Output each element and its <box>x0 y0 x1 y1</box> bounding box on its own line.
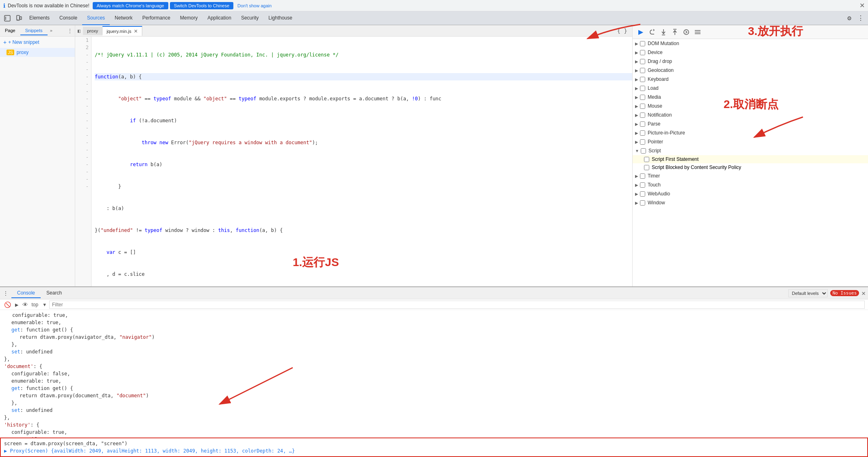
deactivate-breakpoints-button[interactable] <box>693 27 703 37</box>
eye-icon[interactable]: 👁 <box>22 301 29 309</box>
bp-section-webaudio[interactable]: ▶ WebAudio <box>633 189 868 198</box>
code-line-3: "object" == typeof module && "object" ==… <box>95 95 632 102</box>
bp-section-drag-drop[interactable]: ▶ Drag / drop <box>633 57 868 66</box>
bp-checkbox-script-blocked[interactable] <box>644 165 649 170</box>
bp-checkbox-touch[interactable] <box>640 182 645 188</box>
bp-section-load[interactable]: ▶ Load <box>633 84 868 93</box>
devtools-tab-bar: Elements Console Sources Network Perform… <box>0 11 868 25</box>
bp-checkbox-script-first-statement[interactable] <box>644 157 649 162</box>
page-tab[interactable]: Page <box>0 26 20 35</box>
top-context-label: top <box>31 302 38 308</box>
bp-section-dom-mutation[interactable]: ▶ DOM Mutation <box>633 39 868 48</box>
console-tab-search[interactable]: Search <box>41 288 67 298</box>
filter-input[interactable] <box>49 301 865 309</box>
bp-section-device[interactable]: ▶ Device <box>633 48 868 57</box>
tab-elements[interactable]: Elements <box>24 11 54 25</box>
tab-sources[interactable]: Sources <box>82 11 110 25</box>
chevron-right-icon: ▶ <box>635 86 638 91</box>
console-output-line: get: function get() { <box>3 326 865 334</box>
bp-checkbox-webaudio[interactable] <box>640 191 645 197</box>
console-output: configurable: true, enumerable: true, ge… <box>0 310 868 438</box>
execute-script-icon[interactable]: ▶ <box>14 301 19 309</box>
step-out-button[interactable] <box>670 27 680 37</box>
resume-button[interactable]: ▶ <box>636 27 646 37</box>
switch-devtools-button[interactable]: Switch DevTools to Chinese <box>170 2 233 9</box>
console-tab-console[interactable]: Console <box>11 288 41 298</box>
bp-checkbox-mouse[interactable] <box>640 104 645 109</box>
bp-checkbox-drag-drop[interactable] <box>640 59 645 64</box>
bp-checkbox-pointer[interactable] <box>640 139 645 145</box>
tab-lighthouse[interactable]: Lighthouse <box>263 11 297 25</box>
tab-application[interactable]: Application <box>202 11 236 25</box>
code-line-10: var c = [] <box>95 249 632 256</box>
close-notification-button[interactable]: ✕ <box>859 2 865 9</box>
step-over-button[interactable] <box>647 27 657 37</box>
new-snippet-button[interactable]: + + New snippet <box>0 37 75 48</box>
settings-icon[interactable]: ⚙ <box>844 13 855 24</box>
bp-section-mouse[interactable]: ▶ Mouse <box>633 102 868 110</box>
bp-checkbox-media[interactable] <box>640 95 645 100</box>
tab-console[interactable]: Console <box>54 11 82 25</box>
step-into-button[interactable] <box>659 27 668 37</box>
bp-checkbox-load[interactable] <box>640 86 645 91</box>
step-button[interactable] <box>681 27 691 37</box>
bp-checkbox-script[interactable] <box>641 148 646 154</box>
chevron-right-icon: ▶ <box>635 41 638 46</box>
tab-network[interactable]: Network <box>110 11 137 25</box>
close-jquery-tab-icon[interactable]: ✕ <box>134 28 138 34</box>
code-line-4: if (!a.document) <box>95 117 632 124</box>
tab-security[interactable]: Security <box>236 11 263 25</box>
default-levels-dropdown[interactable]: Default levels <box>788 289 828 297</box>
bp-section-geolocation[interactable]: ▶ Geolocation <box>633 66 868 75</box>
dont-show-again-button[interactable]: Don't show again <box>235 2 274 9</box>
code-line-7: } <box>95 183 632 190</box>
tab-memory[interactable]: Memory <box>175 11 202 25</box>
format-icon[interactable]: { } <box>616 27 629 35</box>
bp-section-pointer[interactable]: ▶ Pointer <box>633 137 868 146</box>
bp-section-script[interactable]: ▼ Script <box>633 146 868 155</box>
console-tab-bar: ⋮ Console Search Default levels No Issue… <box>0 287 868 299</box>
console-output-line: }, <box>3 414 865 421</box>
toggle-sidebar-icon[interactable]: ◧ <box>75 28 83 34</box>
bp-section-timer[interactable]: ▶ Timer <box>633 171 868 180</box>
chevron-right-icon: ▶ <box>635 50 638 55</box>
console-options-icon[interactable]: ⋮ <box>0 288 11 299</box>
inspect-icon[interactable] <box>2 13 13 24</box>
console-output-line: set: undefined <box>3 407 865 414</box>
svg-point-10 <box>684 30 689 35</box>
editor-tab-proxy[interactable]: proxy <box>83 27 102 35</box>
bp-checkbox-keyboard[interactable] <box>640 77 645 82</box>
bp-subsection-script-first-statement[interactable]: Script First Statement <box>633 155 868 163</box>
bp-checkbox-timer[interactable] <box>640 173 645 179</box>
bp-section-touch[interactable]: ▶ Touch <box>633 180 868 189</box>
notification-bar: ℹ DevTools is now available in Chinese! … <box>0 0 868 11</box>
bp-checkbox-window[interactable] <box>640 200 645 206</box>
bp-checkbox-parse[interactable] <box>640 121 645 127</box>
bp-section-window[interactable]: ▶ Window <box>633 198 868 207</box>
bp-subsection-script-blocked[interactable]: Script Blocked by Content Security Polic… <box>633 163 868 171</box>
bp-section-notification[interactable]: ▶ Notification <box>633 110 868 119</box>
console-output-line: }, <box>3 399 865 407</box>
editor-tab-jquery[interactable]: jquery.min.js ✕ <box>102 26 142 36</box>
bp-section-keyboard[interactable]: ▶ Keyboard <box>633 75 868 84</box>
top-context-arrow[interactable]: ▼ <box>42 302 47 307</box>
chevron-right-icon: ▶ <box>635 131 638 135</box>
match-language-button[interactable]: Always match Chrome's language <box>93 2 168 9</box>
tab-performance[interactable]: Performance <box>137 11 175 25</box>
more-options-icon[interactable]: ⋮ <box>855 13 866 24</box>
bp-section-media[interactable]: ▶ Media <box>633 93 868 102</box>
snippet-item-proxy[interactable]: JS proxy <box>0 48 75 57</box>
bp-section-picture-in-picture[interactable]: ▶ Picture-in-Picture <box>633 128 868 137</box>
bp-checkbox-geolocation[interactable] <box>640 68 645 73</box>
bp-checkbox-device[interactable] <box>640 50 645 55</box>
more-tabs-icon[interactable]: » <box>48 26 55 35</box>
sidebar-options-icon[interactable]: ⋮ <box>65 28 75 34</box>
bp-checkbox-dom-mutation[interactable] <box>640 41 645 46</box>
bp-checkbox-notification[interactable] <box>640 113 645 118</box>
bp-checkbox-picture-in-picture[interactable] <box>640 130 645 136</box>
clear-console-icon[interactable]: 🚫 <box>3 301 12 309</box>
device-icon[interactable] <box>13 13 24 24</box>
snippets-tab[interactable]: Snippets <box>20 26 48 35</box>
bp-section-parse[interactable]: ▶ Parse <box>633 119 868 128</box>
close-console-button[interactable]: ✕ <box>861 289 866 297</box>
